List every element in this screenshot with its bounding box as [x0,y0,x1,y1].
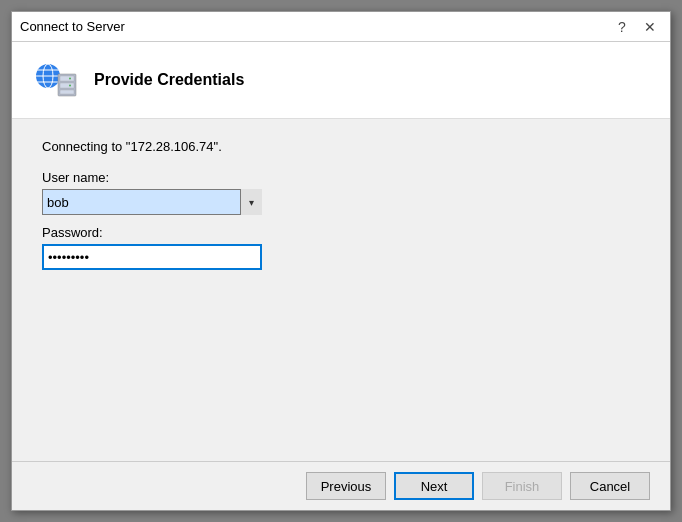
title-bar-controls: ? ✕ [610,16,662,38]
help-button[interactable]: ? [610,16,634,38]
password-input[interactable] [42,244,262,270]
username-label: User name: [42,170,640,185]
cancel-button[interactable]: Cancel [570,472,650,500]
svg-rect-7 [60,83,74,88]
footer-section: Previous Next Finish Cancel [12,461,670,510]
content-area: Connecting to "172.28.106.74". User name… [12,119,670,461]
previous-button[interactable]: Previous [306,472,386,500]
username-group: User name: bob ▾ [42,170,640,215]
header-title: Provide Credentials [94,71,244,89]
password-group: Password: [42,225,640,270]
finish-button: Finish [482,472,562,500]
password-label: Password: [42,225,640,240]
next-button[interactable]: Next [394,472,474,500]
close-button[interactable]: ✕ [638,16,662,38]
connect-to-server-dialog: Connect to Server ? ✕ Provide Credential… [11,11,671,511]
server-globe-icon [32,56,80,104]
title-bar-left: Connect to Server [20,19,125,34]
connecting-text: Connecting to "172.28.106.74". [42,139,640,154]
title-bar: Connect to Server ? ✕ [12,12,670,42]
title-bar-title: Connect to Server [20,19,125,34]
svg-rect-6 [60,76,74,81]
username-select-wrapper: bob ▾ [42,189,262,215]
svg-point-10 [69,85,71,87]
username-select[interactable]: bob [42,189,262,215]
svg-rect-8 [60,90,74,94]
svg-point-9 [69,78,71,80]
header-section: Provide Credentials [12,42,670,119]
